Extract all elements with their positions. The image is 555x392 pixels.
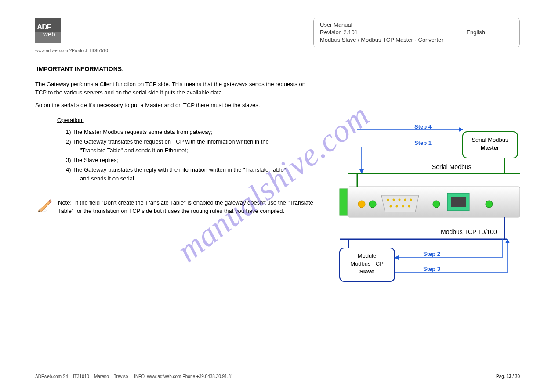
svg-text:Master: Master bbox=[481, 144, 499, 151]
svg-text:Step 4: Step 4 bbox=[414, 123, 432, 130]
doc-title: User Manual bbox=[320, 22, 513, 28]
svg-text:Serial Modbus: Serial Modbus bbox=[432, 163, 472, 170]
doc-subtitle: Modbus Slave / Modbus TCP Master - Conve… bbox=[320, 36, 513, 43]
svg-point-17 bbox=[369, 201, 376, 208]
brand-logo: ADF web bbox=[35, 18, 61, 43]
svg-text:Step 2: Step 2 bbox=[423, 251, 440, 257]
svg-text:Module: Module bbox=[358, 252, 377, 259]
svg-point-21 bbox=[404, 199, 406, 201]
operation-steps: 1) The Master Modbus requests some data … bbox=[66, 128, 294, 183]
svg-point-26 bbox=[408, 205, 410, 208]
rev-number: 2.101 bbox=[343, 29, 358, 36]
svg-text:Step 1: Step 1 bbox=[414, 140, 432, 146]
page-number: 13 bbox=[506, 374, 511, 379]
svg-point-18 bbox=[387, 199, 389, 201]
footer-address: ADFweb.com Srl – IT31010 – Mareno – Trev… bbox=[35, 374, 128, 379]
list-item: 4) The Gateway translates the reply with… bbox=[66, 165, 294, 183]
svg-text:Modbus TCP 10/100: Modbus TCP 10/100 bbox=[441, 228, 497, 235]
note-block: Note: If the field "Don't create the Tra… bbox=[37, 199, 318, 216]
svg-point-30 bbox=[486, 201, 493, 208]
operation-heading: Operation: bbox=[57, 117, 318, 123]
rev-label: Revision bbox=[320, 29, 342, 36]
architecture-diagram: Serial Modbus Modbus TCP 10/100 Serial M… bbox=[331, 116, 520, 306]
page-total: / 30 bbox=[512, 374, 520, 379]
svg-point-20 bbox=[399, 199, 401, 201]
svg-text:Slave: Slave bbox=[359, 268, 374, 275]
doc-language: English bbox=[466, 29, 485, 36]
intro-paragraph-2: So on the serial side it's necessary to … bbox=[35, 101, 308, 110]
svg-point-16 bbox=[358, 201, 365, 208]
note-text: If the field "Don't create the Translate… bbox=[58, 199, 313, 214]
svg-text:Step 3: Step 3 bbox=[423, 266, 440, 272]
note-label: Note: bbox=[58, 199, 72, 206]
document-header-box: User Manual Revision 2.101 English Modbu… bbox=[313, 18, 520, 47]
intro-paragraph-1: The Gateway performs a Client function o… bbox=[35, 80, 308, 97]
logo-line2: web bbox=[43, 31, 59, 37]
svg-rect-14 bbox=[340, 189, 348, 215]
pen-note-icon bbox=[37, 199, 53, 213]
svg-point-23 bbox=[390, 205, 392, 208]
footer-contact: INFO: www.adfweb.com Phone +39.0438.30.9… bbox=[134, 374, 233, 379]
svg-text:Modbus TCP: Modbus TCP bbox=[350, 260, 384, 267]
svg-point-25 bbox=[402, 205, 404, 208]
section-heading: IMPORTANT INFORMATIONS: bbox=[37, 65, 318, 72]
logo-line1: ADF bbox=[37, 23, 59, 31]
list-item: 2) The Gateway translates the request on… bbox=[66, 137, 294, 155]
svg-point-27 bbox=[433, 201, 440, 208]
svg-rect-29 bbox=[451, 197, 466, 207]
page-footer: ADFweb.com Srl – IT31010 – Mareno – Trev… bbox=[35, 371, 520, 379]
svg-point-22 bbox=[410, 199, 412, 201]
list-item: 3) The Slave replies; bbox=[66, 156, 294, 165]
brand-url: www.adfweb.com?Product=HD67510 bbox=[35, 48, 520, 53]
svg-point-19 bbox=[393, 199, 395, 201]
svg-text:Serial Modbus: Serial Modbus bbox=[472, 137, 508, 143]
svg-point-24 bbox=[396, 205, 398, 208]
list-item: 1) The Master Modbus requests some data … bbox=[66, 128, 294, 137]
page-label: Pag. bbox=[496, 374, 505, 379]
